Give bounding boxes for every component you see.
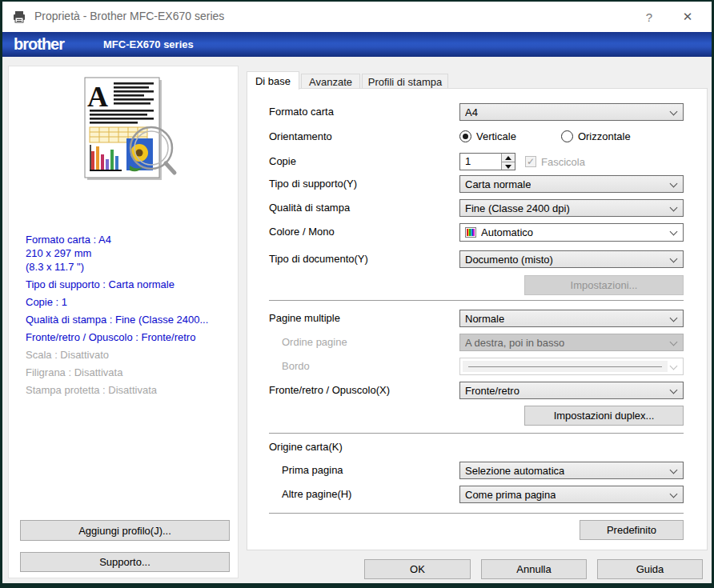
media-type-value: Carta normale (465, 178, 531, 190)
media-type-combobox[interactable]: Carta normale (459, 175, 684, 193)
window-title: Proprietà - Brother MFC-EX670 series (34, 10, 224, 22)
copies-spinner[interactable]: 1 (459, 153, 515, 170)
orientation-label: Orientamento (269, 128, 332, 146)
summary-paper-mm: 210 x 297 mm (26, 246, 232, 260)
chevron-down-icon (670, 181, 676, 187)
chevron-down-icon (670, 363, 676, 370)
tab-di-base[interactable]: Di base (247, 71, 299, 90)
summary-scaling: Scala : Disattivato (26, 348, 232, 362)
section-separator (269, 300, 684, 301)
help-titlebar-button[interactable]: ? (632, 2, 667, 32)
close-button[interactable]: ✕ (670, 2, 705, 32)
desktop-backdrop: Proprietà - Brother MFC-EX670 series ? ✕… (0, 0, 714, 588)
support-button[interactable]: Supporto... (20, 552, 230, 572)
quality-label: Qualità di stampa (269, 199, 350, 217)
chevron-down-icon (670, 339, 676, 346)
summary-paper-inch: (8.3 x 11.7 ") (26, 260, 232, 274)
other-pages-combobox[interactable]: Come prima pagina (459, 486, 684, 503)
summary-duplex: Fronte/retro / Opuscolo : Fronte/retro (26, 330, 232, 344)
spinner-buttons (501, 154, 515, 170)
section-separator (269, 513, 684, 514)
page-order-combobox: A destra, poi in basso (459, 334, 684, 351)
settings-summary-list: Formato carta : A4 210 x 297 mm (8.3 x 1… (26, 233, 232, 397)
printer-properties-dialog: Proprietà - Brother MFC-EX670 series ? ✕… (2, 2, 712, 583)
other-pages-label: Altre pagine(H) (282, 486, 351, 503)
color-palette-icon (465, 227, 476, 238)
chevron-down-icon (670, 315, 676, 322)
doc-type-value: Documento (misto) (465, 254, 553, 266)
summary-quality: Qualità di stampa : Fine (Classe 2400... (26, 313, 232, 326)
color-mono-value: Automatico (481, 226, 533, 238)
tab-profili-di-stampa[interactable]: Profili di stampa (362, 74, 448, 90)
summary-copies: Copie : 1 (26, 295, 232, 309)
collate-checkbox: ✓ (525, 156, 536, 167)
summary-secure-print: Stampa protetta : Disattivata (26, 383, 232, 397)
copies-value[interactable]: 1 (460, 154, 501, 170)
portrait-radio[interactable] (459, 130, 471, 142)
quality-combobox[interactable]: Fine (Classe 2400 dpi) (459, 199, 684, 217)
title-bar: Proprietà - Brother MFC-EX670 series ? ✕ (2, 2, 712, 32)
page-preview-thumbnail: A (77, 71, 183, 185)
settings-button: Impostazioni... (524, 275, 684, 295)
cancel-button[interactable]: Annulla (481, 559, 587, 579)
multipage-combobox[interactable]: Normale (459, 310, 684, 327)
spin-down-icon[interactable] (502, 162, 515, 170)
chevron-down-icon (670, 205, 676, 211)
orientation-radio-group: Verticale Orizzontale (459, 130, 631, 142)
paper-source-label: Origine carta(K) (269, 438, 343, 456)
other-pages-value: Come prima pagina (465, 489, 556, 501)
copies-label: Copie (269, 153, 296, 170)
landscape-label: Orizzontale (578, 130, 631, 142)
chevron-down-icon (670, 256, 676, 262)
svg-text:A: A (87, 81, 108, 113)
paper-size-combobox[interactable]: A4 (459, 103, 684, 121)
printer-icon (12, 10, 26, 24)
basic-tab-panel: Formato carta A4 Orientamento Verticale … (247, 88, 708, 550)
settings-summary-sidebar: A (8, 66, 239, 578)
section-separator (269, 433, 684, 434)
multipage-value: Normale (465, 313, 504, 325)
chevron-down-icon (670, 467, 676, 474)
summary-watermark: Filigrana : Disattivata (26, 366, 232, 379)
chevron-down-icon (670, 387, 676, 394)
duplex-settings-button[interactable]: Impostazioni duplex... (524, 406, 684, 426)
portrait-label: Verticale (476, 130, 516, 142)
border-line-sample (468, 366, 662, 367)
duplex-combobox[interactable]: Fronte/retro (459, 382, 684, 399)
page-order-label: Ordine pagine (282, 334, 347, 351)
chevron-down-icon (670, 229, 676, 235)
doc-type-label: Tipo di documento(Y) (269, 250, 368, 268)
help-button[interactable]: Guida (597, 559, 703, 579)
chevron-down-icon (670, 491, 676, 498)
duplex-label: Fronte/retro / Opuscolo(X) (269, 382, 390, 399)
brand-band: brother MFC-EX670 series (2, 32, 712, 57)
media-type-label: Tipo di supporto(Y) (269, 175, 357, 193)
first-page-combobox[interactable]: Selezione automatica (459, 462, 684, 479)
paper-size-value: A4 (465, 106, 478, 118)
summary-paper-size: Formato carta : A4 (26, 233, 232, 246)
add-profile-button[interactable]: Aggiungi profilo(J)... (20, 520, 230, 541)
color-mono-combobox[interactable]: Automatico (459, 223, 684, 242)
brother-logo: brother (14, 35, 64, 54)
collate-checkbox-row: ✓ Fascicola (525, 153, 585, 170)
chevron-down-icon (670, 109, 676, 115)
collate-label: Fascicola (541, 156, 585, 168)
summary-media-type: Tipo di supporto : Carta normale (26, 278, 232, 291)
duplex-value: Fronte/retro (465, 385, 519, 397)
doc-type-combobox[interactable]: Documento (misto) (459, 250, 684, 268)
spin-up-icon[interactable] (502, 154, 515, 162)
landscape-radio[interactable] (561, 130, 573, 142)
paper-size-label: Formato carta (269, 103, 334, 121)
document-preview-image: A (77, 71, 183, 185)
quality-value: Fine (Classe 2400 dpi) (465, 202, 570, 214)
default-button[interactable]: Predefinito (580, 520, 684, 540)
border-line-combobox (459, 358, 684, 375)
printer-model: MFC-EX670 series (103, 38, 194, 50)
ok-button[interactable]: OK (364, 559, 471, 579)
border-line-label: Bordo (282, 358, 310, 375)
page-order-value: A destra, poi in basso (465, 337, 564, 349)
color-mono-label: Colore / Mono (269, 223, 335, 241)
multipage-label: Pagine multiple (269, 310, 340, 327)
first-page-value: Selezione automatica (465, 465, 564, 477)
tab-avanzate[interactable]: Avanzate (301, 74, 360, 90)
